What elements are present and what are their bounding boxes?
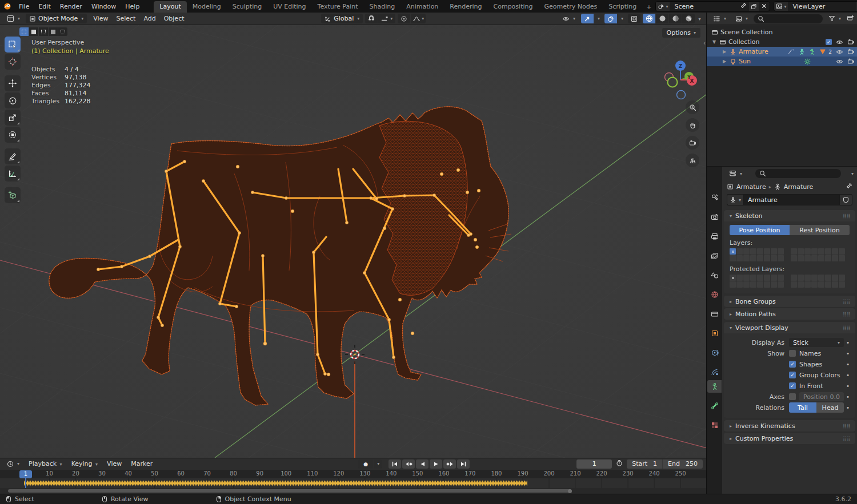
menu-window[interactable]: Window [87,2,120,11]
layer-cell[interactable] [798,248,804,255]
pose-position-button[interactable]: Pose Position [730,225,790,235]
gizmos-dropdown[interactable]: ▾ [594,14,602,23]
layer-cell[interactable] [798,275,804,281]
breadcrumb-data[interactable]: Armature [784,183,814,191]
layer-cell[interactable] [832,275,838,281]
mode-dropdown[interactable]: Object Mode▾ [26,14,87,23]
axes-position-slider[interactable]: Position 0.0 [799,392,844,401]
layer-cell[interactable] [804,275,811,281]
armature-id-browse[interactable]: ▾ [727,194,743,205]
sun-hide-icon[interactable] [836,59,843,64]
layer-cell[interactable] [730,281,736,288]
shading-wireframe-button[interactable] [643,14,655,23]
relations-tail[interactable]: Tail [789,402,816,413]
menu-render[interactable]: Render [56,2,86,11]
camera-view-button[interactable] [686,136,699,150]
pin-id-button[interactable] [846,183,852,191]
layer-cell[interactable] [743,275,750,281]
collection-expand-arrow[interactable]: ▼ [711,39,717,45]
layer-cell[interactable] [791,248,797,255]
fake-user-toggle[interactable] [840,194,852,205]
layer-cell[interactable] [730,275,736,281]
axes-checkbox[interactable] [789,393,796,400]
layer-cell[interactable] [818,248,824,255]
layer-cell[interactable] [771,248,777,255]
viewport-3d[interactable]: Options▾ User Perspective (1) Collection… [0,25,706,458]
workspace-tab-modeling[interactable]: Modeling [187,1,227,13]
layer-cell[interactable] [736,281,743,288]
checkbox-in-front[interactable]: ✓ [789,382,796,389]
layer-cell[interactable] [832,255,838,261]
layer-cell[interactable] [825,275,831,281]
axis-neg-y[interactable] [668,78,678,87]
select-mode-subtract[interactable] [39,27,48,36]
armature-render-icon[interactable] [847,49,855,55]
checkbox-group-colors[interactable]: ✓ [789,372,796,378]
armature-hide-icon[interactable] [836,49,843,55]
skeleton-panel-header[interactable]: ▾Skeleton⣿⣿ [724,210,855,221]
layer-cell[interactable] [832,248,838,255]
jump-to-start-button[interactable] [389,459,401,469]
layer-cell[interactable] [771,281,777,288]
zoom-button[interactable] [686,100,699,114]
layer-cell[interactable] [736,255,743,261]
shading-solid-button[interactable] [656,14,668,23]
viewport-menu-add[interactable]: Add [139,14,159,23]
workspace-tab-rendering[interactable]: Rendering [444,1,487,13]
menu-view[interactable]: View [103,459,125,469]
layer-cell[interactable] [839,275,845,281]
layer-cell[interactable] [730,248,736,255]
layer-cell[interactable] [818,281,824,288]
start-frame-field[interactable]: Start1 [627,459,662,469]
collection-render-icon[interactable] [847,39,855,45]
layer-cell[interactable] [811,255,818,261]
workspace-tab-layout[interactable]: Layout [154,1,186,13]
properties-tab-output[interactable] [707,230,722,243]
properties-tab-object-data[interactable] [707,380,722,393]
select-mode-invert[interactable] [49,27,58,36]
menu-marker[interactable]: Marker [127,459,156,469]
layer-cell[interactable] [778,275,784,281]
viewport-menu-select[interactable]: Select [112,14,139,23]
workspace-tab-animation[interactable]: Animation [401,1,444,13]
auto-keying-toggle[interactable]: ● [358,459,373,469]
outliner-row-scene-collection[interactable]: Scene Collection [707,27,857,37]
snap-target-dropdown[interactable]: ▾ [378,14,395,23]
workspace-tab-scripting[interactable]: Scripting [603,1,642,13]
outliner-filter-type-button[interactable]: ▾ [732,14,751,23]
properties-tab-constraints[interactable] [707,346,722,359]
display-as-dropdown[interactable]: Stick▾ [789,338,844,347]
layer-cell[interactable] [750,255,756,261]
select-mode-new[interactable] [19,27,29,36]
layer-cell[interactable] [736,248,743,255]
properties-tab-texture[interactable] [707,419,722,432]
layer-cell[interactable] [825,255,831,261]
next-keyframe-button[interactable] [443,459,456,469]
tool-scale[interactable] [5,110,21,126]
layer-cell[interactable] [811,248,818,255]
workspace-tab-texture-paint[interactable]: Texture Paint [312,1,364,13]
timeline-editor-type-button[interactable]: ▾ [3,459,23,469]
auto-keying-dropdown[interactable]: ▾ [374,459,382,469]
rest-position-button[interactable]: Rest Position [790,225,850,235]
viewport-menu-object[interactable]: Object [160,14,189,23]
xray-toggle[interactable] [628,14,640,23]
menu-edit[interactable]: Edit [34,2,54,11]
layer-cell[interactable] [757,275,763,281]
outliner-filter-button[interactable]: ▾ [825,14,844,23]
tool-cursor[interactable] [5,54,21,70]
layer-cell[interactable] [832,281,838,288]
layer-cell[interactable] [811,281,818,288]
layer-cell[interactable] [804,248,811,255]
layer-cell[interactable] [804,255,811,261]
end-frame-field[interactable]: End250 [662,459,703,469]
panel-bone-groups[interactable]: ▸Bone Groups⣿⣿ [724,296,855,307]
menu-playback[interactable]: Playback ▾ [25,459,66,469]
shading-dropdown[interactable]: ▾ [695,15,703,22]
add-workspace-button[interactable]: + [642,2,655,13]
menu-keying[interactable]: Keying ▾ [68,459,101,469]
properties-tab-collection[interactable] [707,308,722,320]
checkbox-shapes[interactable]: ✓ [789,361,796,368]
axis-neg-z[interactable] [677,91,686,99]
scene-browse-button[interactable]: ▾ [656,2,670,11]
